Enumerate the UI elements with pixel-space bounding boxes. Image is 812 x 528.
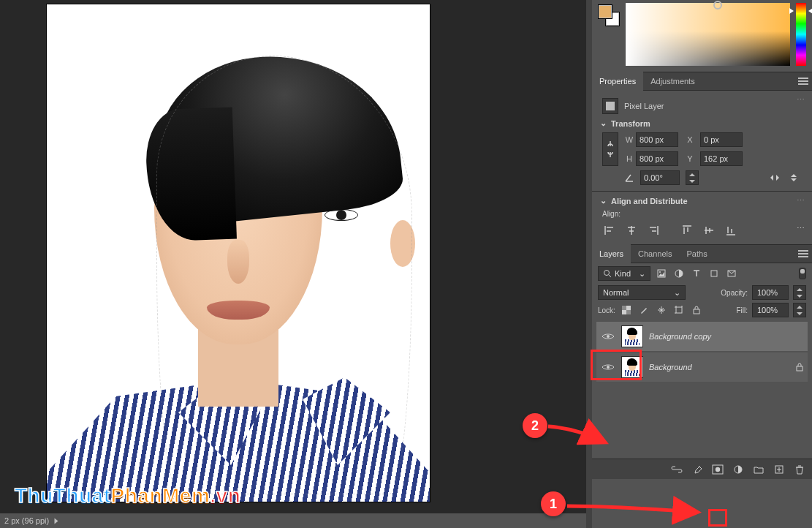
transform-title: Transform [611,119,650,128]
rotation-input[interactable] [640,170,680,185]
svg-rect-4 [711,271,717,276]
swatch-pair[interactable] [598,4,620,26]
opacity-stepper[interactable] [793,285,806,300]
layer-item[interactable]: Background [596,352,808,382]
layers-footer [592,459,812,479]
tab-adjustments[interactable]: Adjustments [643,72,702,91]
y-input[interactable] [700,151,743,166]
align-more-icon[interactable]: ⋯ [797,224,805,237]
portrait-photo [47,4,430,502]
filter-shape-icon[interactable] [707,267,721,280]
fill-stepper[interactable] [793,303,806,317]
pixel-layer-icon [602,98,618,114]
eye-icon [602,363,615,372]
caret-down-icon: ⌄ [639,269,645,279]
link-wh-toggle[interactable] [602,132,618,166]
svg-point-12 [607,366,610,369]
rotation-stepper[interactable] [686,170,699,185]
x-input[interactable] [700,132,743,147]
canvas-area[interactable]: ThuThuatPhanMem.vn 2 px (96 ppi) [0,0,592,528]
status-text: 2 px (96 ppi) [4,516,49,525]
opacity-input[interactable]: 100% [752,285,789,300]
h-label: H [623,154,636,163]
svg-rect-9 [676,307,682,313]
visibility-toggle[interactable] [601,360,615,374]
layers-panel-menu[interactable] [794,244,812,263]
tab-paths[interactable]: Paths [680,244,715,263]
layer-name[interactable]: Background copy [649,332,711,341]
color-spectrum[interactable] [626,3,790,66]
delete-layer-icon[interactable] [793,463,806,476]
foreground-swatch[interactable] [598,4,612,19]
lock-pixels-icon[interactable] [637,303,650,317]
angle-icon [624,173,634,183]
add-mask-button[interactable] [711,463,724,476]
properties-panel-menu[interactable] [794,72,812,91]
watermark-part-a: ThuThuat [15,484,111,507]
filter-smart-icon[interactable] [725,267,738,280]
blend-mode-dropdown[interactable]: Normal ⌄ [598,285,686,300]
layer-thumbnail[interactable] [621,325,643,347]
tab-properties[interactable]: Properties [592,72,643,91]
lock-position-icon[interactable] [655,303,668,317]
new-layer-icon[interactable] [773,463,786,476]
y-label: Y [680,154,700,163]
color-picker-panel [592,0,812,72]
align-hcenter-icon[interactable] [624,224,639,237]
hue-slider[interactable] [796,3,806,66]
status-bar: 2 px (96 ppi) [0,513,592,528]
document-canvas[interactable] [47,4,430,502]
height-input[interactable] [636,151,678,166]
layer-name[interactable]: Background [649,363,692,372]
opacity-label: Opacity: [721,289,748,297]
align-bottom-icon[interactable] [724,224,738,237]
spectrum-marker[interactable] [713,1,722,10]
filter-type-icon[interactable] [690,267,703,280]
layer-style-icon[interactable] [691,463,704,476]
layer-thumbnail[interactable] [621,356,643,378]
tab-channels[interactable]: Channels [631,244,679,263]
collapse-dots-icon[interactable]: ⋯ [797,95,806,105]
filter-toggle[interactable] [799,268,806,279]
width-input[interactable] [636,132,678,147]
svg-point-0 [604,271,610,276]
layer-list: Background copy Background [592,319,812,385]
svg-rect-7 [622,306,626,310]
right-dock: Properties Adjustments Pixel Layer ⌄ Tra… [592,0,812,528]
filter-pixel-icon[interactable] [655,267,668,280]
search-icon [603,269,612,278]
svg-point-2 [659,271,661,273]
caret-down-icon: ⌄ [674,288,680,298]
link-layers-icon[interactable] [670,463,683,476]
adjustment-layer-icon[interactable] [732,463,745,476]
collapse-dots-icon[interactable]: ⋯ [797,196,806,205]
filter-kind-dropdown[interactable]: Kind ⌄ [598,266,650,281]
properties-body: Pixel Layer ⌄ Transform ⋯ W X H Y [592,91,812,191]
align-vcenter-icon[interactable] [702,224,716,237]
align-section-header[interactable]: ⌄ Align and Distribute [599,196,805,205]
flip-horizontal-icon[interactable] [768,171,781,184]
filter-adjust-icon[interactable] [672,267,686,280]
align-right-icon[interactable] [646,224,661,237]
w-label: W [623,135,636,144]
watermark-part-b: PhanMem [111,484,210,507]
align-top-icon[interactable] [680,224,694,237]
lock-icon [796,363,803,372]
align-left-icon[interactable] [602,224,617,237]
blend-mode-value: Normal [603,288,629,297]
fill-input[interactable]: 100% [752,303,789,317]
group-icon[interactable] [752,463,765,476]
flip-vertical-icon[interactable] [787,171,800,184]
transform-section-header[interactable]: ⌄ Transform [599,118,805,128]
properties-header: Properties Adjustments [592,72,812,91]
dock-resize-handle[interactable] [586,0,592,528]
layer-item[interactable]: Background copy [596,322,808,351]
lock-artboard-icon[interactable] [672,303,686,317]
lock-all-icon[interactable] [690,303,703,317]
lock-transparent-icon[interactable] [620,303,633,317]
align-sublabel: Align: [602,210,805,218]
visibility-toggle[interactable] [601,329,615,344]
svg-rect-10 [694,309,699,314]
annotation-highlight-1 [708,509,727,527]
tab-layers[interactable]: Layers [592,244,631,263]
